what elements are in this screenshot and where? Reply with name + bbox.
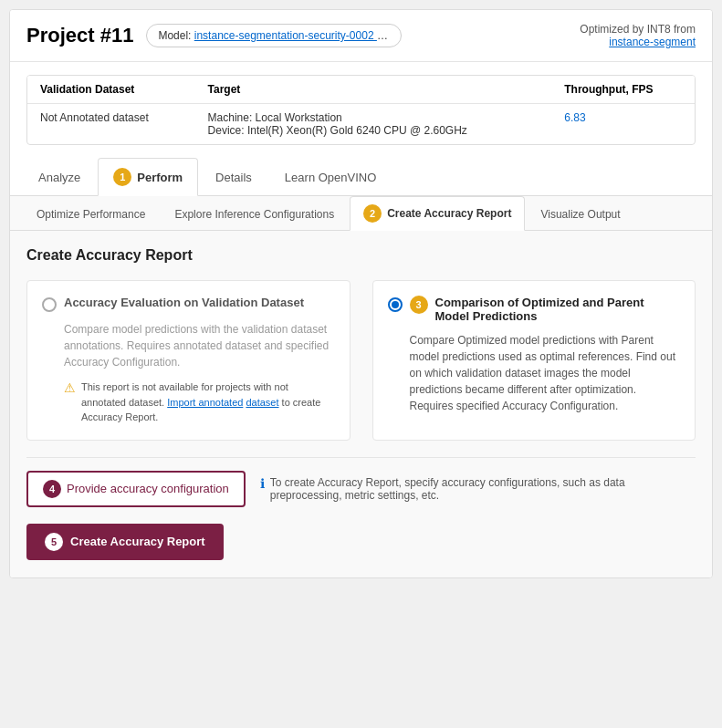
dataset-value: Not Annotated dataset	[27, 104, 195, 145]
fps-value: 6.83	[551, 104, 695, 145]
option-1-desc: Compare model predictions with the valid…	[64, 321, 335, 370]
main-content: Create Accuracy Report Accuracy Evaluati…	[10, 231, 712, 577]
secondary-tabs: Optimize Performance Explore Inference C…	[10, 196, 712, 231]
create-btn-badge: 5	[45, 533, 63, 551]
tab-explore[interactable]: Explore Inference Configurations	[161, 196, 348, 231]
primary-tabs: Analyze 1 Perform Details Learn OpenVINO	[10, 158, 712, 196]
tab-analyze-label: Analyze	[38, 171, 80, 184]
info-text-content: To create Accuracy Report, specify accur…	[270, 476, 696, 502]
tab-accuracy[interactable]: 2 Create Accuracy Report	[350, 196, 525, 231]
warning-box: ⚠ This report is not available for proje…	[64, 380, 335, 425]
optimized-label: Optimized by INT8 from	[580, 23, 696, 36]
page-container: Project #11 Model: instance-segmentation…	[9, 9, 713, 578]
divider	[26, 457, 696, 458]
validation-section: Validation Dataset Target Throughput, FP…	[26, 75, 696, 145]
option-2-badge: 3	[410, 296, 428, 314]
col-throughput: Throughput, FPS	[551, 76, 695, 104]
model-link[interactable]: instance-segmentation-security-0002 - I.…	[194, 29, 396, 42]
col-target: Target	[195, 76, 552, 104]
optimized-info: Optimized by INT8 from instance-segment	[580, 23, 696, 48]
tab-perform[interactable]: 1 Perform	[98, 158, 198, 196]
option-header-2: 3 Comparison of Optimized and Parent Mod…	[388, 296, 681, 323]
tab-analyze[interactable]: Analyze	[23, 158, 96, 196]
tab-perform-label: Perform	[137, 171, 183, 184]
provide-config-button[interactable]: 4 Provide accuracy configuration	[26, 471, 246, 507]
tab-perform-badge: 1	[113, 168, 131, 186]
tab-accuracy-label: Create Accuracy Report	[387, 207, 511, 220]
tab-explore-label: Explore Inference Configurations	[174, 208, 334, 221]
option-1-title: Accuracy Evaluation on Validation Datase…	[64, 296, 304, 309]
options-row: Accuracy Evaluation on Validation Datase…	[26, 280, 696, 441]
warning-icon: ⚠	[64, 380, 76, 395]
option-card-1: Accuracy Evaluation on Validation Datase…	[26, 280, 351, 441]
validation-table: Validation Dataset Target Throughput, FP…	[27, 76, 695, 144]
config-row: 4 Provide accuracy configuration ℹ To cr…	[26, 471, 696, 507]
config-btn-label: Provide accuracy configuration	[67, 482, 229, 495]
target-machine: Machine: Local Workstation	[208, 111, 539, 124]
tab-details-label: Details	[215, 171, 252, 184]
option-2-desc: Compare Optimized model predictions with…	[410, 332, 681, 414]
tab-visualize-label: Visualize Output	[540, 208, 620, 221]
col-dataset: Validation Dataset	[27, 76, 195, 104]
tab-optimize[interactable]: Optimize Performance	[23, 196, 159, 231]
tab-optimize-label: Optimize Performance	[37, 208, 145, 221]
warning-link2[interactable]: dataset	[246, 397, 278, 408]
config-btn-badge: 4	[43, 480, 61, 498]
tab-learn[interactable]: Learn OpenVINO	[269, 158, 392, 196]
info-text-box: ℹ To create Accuracy Report, specify acc…	[260, 476, 696, 502]
warning-link1[interactable]: Import annotated	[167, 397, 243, 408]
create-btn-label: Create Accuracy Report	[70, 535, 205, 548]
warning-text: This report is not available for project…	[81, 380, 335, 425]
tab-accuracy-badge: 2	[363, 204, 382, 223]
target-value: Machine: Local Workstation Device: Intel…	[195, 104, 552, 145]
tab-details[interactable]: Details	[200, 158, 267, 196]
header: Project #11 Model: instance-segmentation…	[10, 10, 712, 62]
project-title: Project #11	[26, 24, 133, 47]
table-row: Not Annotated dataset Machine: Local Wor…	[27, 104, 695, 145]
option-card-2: 3 Comparison of Optimized and Parent Mod…	[372, 280, 696, 441]
tab-visualize[interactable]: Visualize Output	[527, 196, 633, 231]
option-header-1: Accuracy Evaluation on Validation Datase…	[42, 296, 335, 312]
model-label: Model:	[158, 29, 191, 42]
target-device: Device: Intel(R) Xeon(R) Gold 6240 CPU @…	[208, 124, 539, 137]
radio-option-2[interactable]	[388, 297, 403, 312]
section-title: Create Accuracy Report	[26, 247, 696, 264]
tab-learn-label: Learn OpenVINO	[285, 171, 376, 184]
create-accuracy-report-button[interactable]: 5 Create Accuracy Report	[26, 524, 224, 560]
model-badge: Model: instance-segmentation-security-00…	[146, 24, 402, 47]
optimized-link[interactable]: instance-segment	[609, 36, 696, 48]
option-2-title: Comparison of Optimized and Parent Model…	[435, 296, 681, 323]
info-icon: ℹ	[260, 476, 265, 491]
radio-option-1[interactable]	[42, 297, 57, 312]
